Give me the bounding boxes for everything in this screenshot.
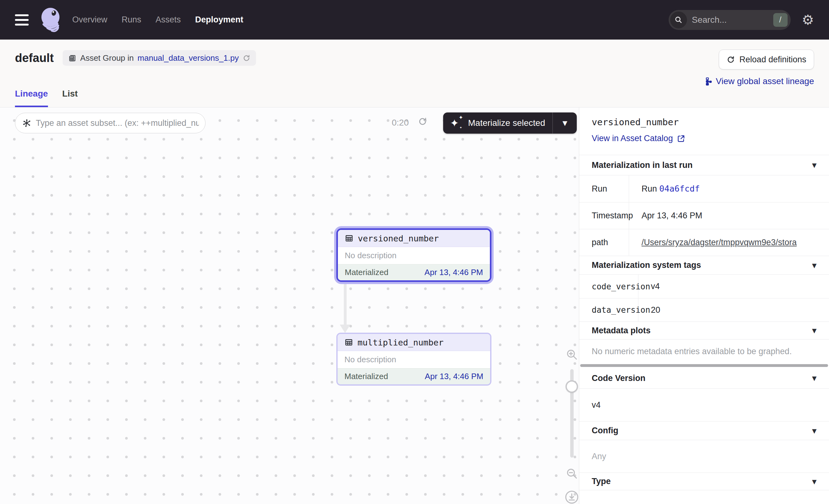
sparkles-icon: ✦✦✦ (450, 116, 464, 130)
search-icon (670, 11, 687, 28)
download-image-icon[interactable] (565, 490, 579, 504)
asset-group-file-link[interactable]: manual_data_versions_1.py (138, 53, 239, 63)
lineage-edge-arrowhead (340, 325, 350, 333)
materialize-selected-label: Materialize selected (468, 118, 545, 128)
reload-definitions-button[interactable]: Reload definitions (719, 49, 814, 69)
asset-node-timestamp[interactable]: Apr 13, 4:46 PM (425, 372, 483, 381)
asset-subset-filter[interactable] (15, 113, 206, 133)
nav-menu: Overview Runs Assets Deployment (72, 15, 243, 25)
asset-node-name: multiplied_number (358, 338, 443, 347)
chevron-down-icon: ▼ (812, 478, 817, 485)
section-header-label: Metadata plots (592, 326, 651, 335)
asset-group-label: Asset Group in (80, 53, 134, 63)
asset-details-panel: versioned_number View in Asset Catalog M… (579, 107, 829, 504)
section-code-version[interactable]: Code Version ▼ (579, 368, 829, 389)
search-input[interactable] (692, 15, 773, 25)
section-materialization-in-last-run[interactable]: Materialization in last run ▼ (579, 155, 829, 175)
external-link-icon (677, 135, 685, 143)
section-type[interactable]: Type ▼ (579, 472, 829, 490)
dagster-logo-icon[interactable] (39, 7, 63, 33)
lineage-graph-icon (703, 77, 712, 86)
nav-item-overview[interactable]: Overview (72, 15, 107, 25)
asset-node-multiplied-number[interactable]: multiplied_number No description Materia… (336, 333, 492, 386)
table-row: code_version v4 (579, 275, 829, 298)
view-global-asset-lineage-label: View global asset lineage (716, 76, 814, 86)
asset-node-description: No description (338, 247, 490, 264)
section-header-label: Materialization in last run (592, 160, 693, 170)
materialize-selected-button[interactable]: ✦✦✦ Materialize selected ▼ (443, 112, 577, 134)
gear-icon[interactable]: ⚙ (802, 13, 814, 27)
horizontal-scrollbar (579, 363, 829, 368)
section-materialization-system-tags[interactable]: Materialization system tags ▼ (579, 256, 829, 275)
reload-icon (726, 56, 735, 64)
tab-list[interactable]: List (62, 89, 78, 107)
zoom-in-icon[interactable] (565, 348, 578, 361)
asset-group-pill: Asset Group in manual_data_versions_1.py (63, 50, 256, 66)
row-key: code_version (579, 275, 639, 298)
table-row: Timestamp Apr 13, 4:46 PM (579, 202, 829, 229)
last-run-table: Run Run 04a6fcdf Timestamp Apr 13, 4:46 … (579, 175, 829, 256)
refresh-icon[interactable] (243, 54, 250, 62)
row-value: Apr 13, 4:46 PM (629, 211, 829, 220)
view-global-asset-lineage-link[interactable]: View global asset lineage (703, 76, 814, 86)
section-header-label: Type (592, 477, 611, 486)
zoom-slider-handle[interactable] (566, 380, 578, 393)
row-key: data_version (579, 298, 639, 321)
reload-definitions-label: Reload definitions (739, 55, 806, 65)
top-nav: Overview Runs Assets Deployment / ⚙ (0, 0, 829, 40)
nav-item-deployment[interactable]: Deployment (195, 15, 244, 25)
table-row: Run Run 04a6fcdf (579, 175, 829, 202)
chevron-down-icon: ▼ (812, 162, 817, 169)
section-header-label: Materialization system tags (592, 260, 701, 270)
code-location-icon (68, 54, 77, 62)
chevron-down-icon: ▼ (812, 427, 817, 434)
asset-node-status: Materialized (345, 267, 388, 277)
code-version-value: v4 (579, 389, 829, 421)
asset-node-versioned-number[interactable]: versioned_number No description Material… (336, 228, 492, 282)
table-row: path /Users/sryza/dagster/tmppvqwm9e3/st… (579, 229, 829, 256)
row-value: 20 (639, 305, 829, 315)
global-search[interactable]: / (669, 10, 791, 30)
asset-node-status: Materialized (345, 372, 388, 381)
run-id-link[interactable]: 04a6fcdf (659, 184, 700, 193)
refresh-countdown: 0:20 (392, 118, 409, 128)
asset-node-timestamp[interactable]: Apr 13, 4:46 PM (425, 267, 483, 277)
chevron-down-icon: ▼ (812, 262, 817, 269)
page-title: default (15, 51, 54, 65)
horizontal-scrollbar-thumb[interactable] (580, 364, 828, 367)
zoom-controls (564, 348, 580, 504)
row-value: v4 (639, 282, 829, 291)
menu-icon[interactable] (15, 14, 29, 26)
lineage-graph-canvas[interactable]: 0:20 ✦✦✦ Materialize selected ▼ (0, 107, 579, 504)
page-header: default Asset Group in manual_data_versi… (0, 40, 829, 107)
search-shortcut-badge: / (773, 13, 788, 27)
view-tabs: Lineage List (15, 89, 78, 107)
row-value: Run 04a6fcdf (629, 184, 829, 194)
nav-item-assets[interactable]: Assets (156, 15, 181, 25)
section-config[interactable]: Config ▼ (579, 421, 829, 440)
asset-subset-input[interactable] (36, 118, 199, 128)
tab-lineage[interactable]: Lineage (15, 89, 48, 107)
section-metadata-plots[interactable]: Metadata plots ▼ (579, 321, 829, 339)
table-icon (345, 234, 354, 243)
config-value: Any (579, 440, 829, 472)
chevron-down-icon: ▼ (812, 327, 817, 334)
zoom-out-icon[interactable] (565, 467, 578, 480)
view-in-asset-catalog-link[interactable]: View in Asset Catalog (592, 134, 685, 143)
lineage-edge (344, 282, 347, 325)
row-key: Run (579, 175, 629, 202)
table-icon (345, 338, 353, 347)
section-header-label: Config (592, 426, 618, 435)
row-key: path (579, 229, 629, 256)
asset-node-name: versioned_number (358, 233, 439, 243)
metadata-plots-empty-state: No numeric metadata entries available to… (579, 339, 829, 363)
row-key: Timestamp (579, 203, 629, 229)
materialize-options-dropdown[interactable]: ▼ (552, 112, 577, 134)
table-row: data_version 20 (579, 298, 829, 321)
zoom-slider[interactable] (570, 369, 574, 458)
panel-asset-title: versioned_number (592, 117, 817, 128)
graph-refresh-icon[interactable] (418, 117, 427, 126)
system-tags-table: code_version v4 data_version 20 (579, 275, 829, 321)
nav-item-runs[interactable]: Runs (122, 15, 141, 25)
path-link[interactable]: /Users/sryza/dagster/tmppvqwm9e3/stora (642, 238, 797, 247)
